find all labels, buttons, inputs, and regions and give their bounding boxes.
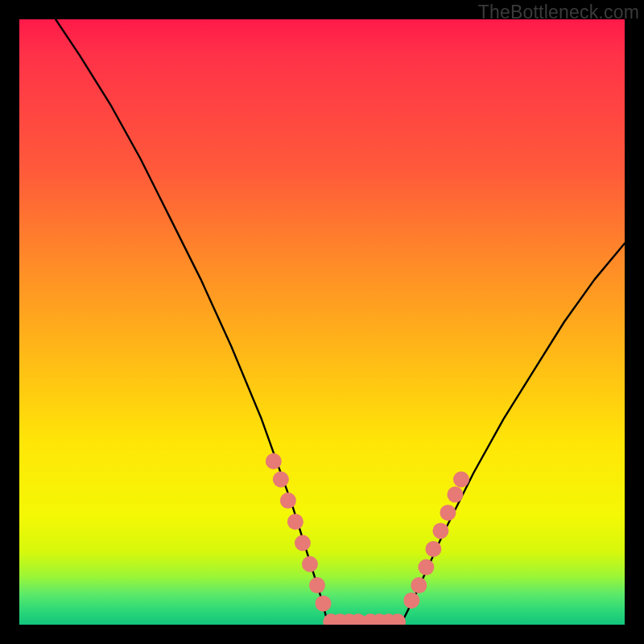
plot-area xyxy=(19,19,625,625)
data-dot xyxy=(453,472,469,488)
curve-line-layer xyxy=(56,19,625,625)
dots-layer xyxy=(266,453,469,625)
bottleneck-curve-path xyxy=(56,19,625,625)
data-dot xyxy=(316,596,332,612)
data-dot xyxy=(273,472,289,488)
data-dot xyxy=(425,541,441,557)
data-dot xyxy=(280,493,296,509)
data-dot xyxy=(440,505,456,521)
data-dot xyxy=(309,577,325,593)
data-dot xyxy=(287,514,303,530)
data-dot xyxy=(403,592,419,609)
chart-container: TheBottleneck.com xyxy=(0,0,644,644)
data-dot xyxy=(411,577,427,593)
data-dot xyxy=(302,556,318,572)
data-dot xyxy=(447,486,463,502)
data-dot xyxy=(418,559,434,576)
data-dot xyxy=(432,522,448,539)
data-dot xyxy=(266,453,282,469)
chart-svg xyxy=(19,19,625,625)
data-dot xyxy=(295,535,311,551)
